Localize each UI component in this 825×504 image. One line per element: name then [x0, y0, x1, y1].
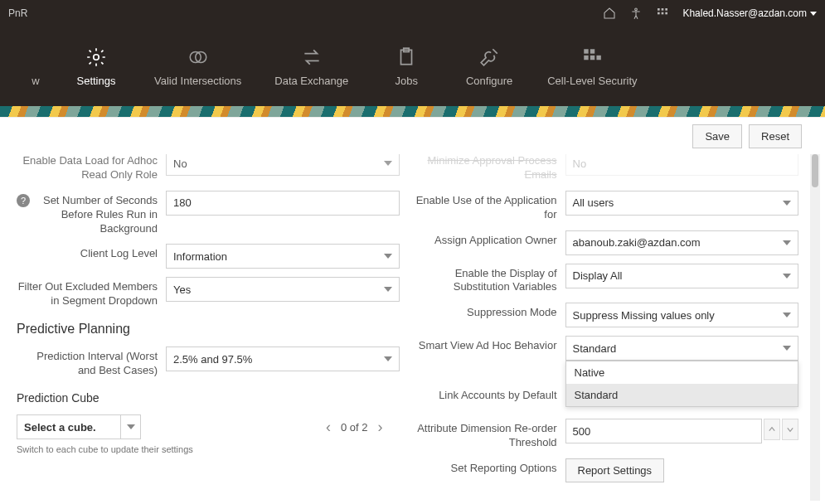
subst-vars-select[interactable]: Display All: [565, 264, 799, 288]
pager-prev[interactable]: ‹: [326, 419, 331, 434]
left-column: Enable Data Load for Adhoc Read Only Rol…: [17, 154, 400, 492]
log-level-label: Client Log Level: [17, 244, 166, 261]
section-predictive-planning: Predictive Planning: [17, 322, 400, 337]
decorative-strip: [0, 106, 825, 118]
accessibility-icon[interactable]: [629, 7, 643, 20]
chevron-down-icon: [783, 201, 791, 206]
help-icon[interactable]: ?: [17, 194, 30, 207]
svg-rect-16: [597, 55, 601, 59]
svg-rect-3: [666, 8, 668, 11]
smartview-dropdown: Native Standard: [565, 361, 799, 407]
nav-item-data-exchange[interactable]: Data Exchange: [258, 46, 365, 87]
svg-rect-4: [658, 12, 660, 15]
subst-vars-label: Enable the Display of Substitution Varia…: [416, 264, 565, 295]
svg-rect-13: [590, 49, 594, 53]
spinner-down[interactable]: [782, 419, 798, 440]
seconds-label: ? Set Number of Seconds Before Rules Run…: [17, 191, 166, 236]
reporting-options-label: Set Reporting Options: [416, 458, 565, 476]
svg-rect-6: [666, 12, 668, 15]
chevron-down-icon: [127, 424, 135, 429]
blank-icon: [25, 46, 46, 68]
chevron-down-icon: [384, 161, 392, 166]
svg-rect-14: [585, 55, 589, 59]
svg-rect-12: [585, 49, 589, 53]
filter-excluded-select[interactable]: Yes: [166, 277, 400, 302]
seconds-input[interactable]: 180: [166, 191, 400, 216]
filter-excluded-label: Filter Out Excluded Members in Segment D…: [17, 277, 166, 308]
section-prediction-cube: Prediction Cube: [17, 391, 400, 405]
suppression-mode-select[interactable]: Suppress Missing values only: [565, 303, 799, 327]
spinner-up[interactable]: [764, 419, 780, 440]
clipboard-icon: [396, 46, 417, 68]
nav-item-cell-security[interactable]: Cell-Level Security: [531, 46, 653, 87]
chevron-down-icon: [783, 313, 791, 317]
prediction-interval-label: Prediction Interval (Worst and Best Case…: [17, 346, 166, 378]
app-context-fragment: PnR: [8, 7, 27, 19]
vertical-scrollbar[interactable]: [810, 154, 820, 501]
top-bar-right: Khaled.Nasser@azdan.com: [603, 7, 817, 20]
cell-grid-icon: [581, 46, 603, 68]
main-nav: w Settings Valid Intersections Data Exch…: [0, 27, 825, 106]
cube-select-toggle[interactable]: [120, 415, 140, 439]
suppression-mode-label: Suppression Mode: [416, 303, 565, 320]
link-accounts-label: Link Accounts by Default: [416, 385, 565, 403]
svg-point-7: [94, 54, 99, 60]
user-menu[interactable]: Khaled.Nasser@azdan.com: [682, 7, 817, 19]
nav-item-overview[interactable]: w: [17, 46, 55, 87]
svg-point-0: [635, 8, 638, 11]
chevron-down-icon: [783, 274, 791, 279]
exchange-arrows-icon: [301, 46, 323, 68]
report-settings-button[interactable]: Report Settings: [565, 458, 665, 482]
nav-item-jobs[interactable]: Jobs: [365, 46, 448, 87]
nav-item-configure[interactable]: Configure: [448, 46, 531, 87]
chevron-down-icon: [783, 240, 791, 245]
minimize-emails-select[interactable]: No: [565, 154, 799, 176]
cube-switch-hint: Switch to each cube to update their sett…: [17, 444, 400, 454]
wrench-icon: [478, 46, 500, 68]
cube-select[interactable]: Select a cube.: [17, 414, 141, 439]
adhoc-load-select[interactable]: No: [166, 154, 400, 176]
app-owner-label: Assign Application Owner: [416, 230, 565, 248]
chevron-down-icon: [810, 12, 817, 16]
attr-threshold-label: Attribute Dimension Re-order Threshold: [416, 419, 565, 450]
prediction-interval-select[interactable]: 2.5% and 97.5%: [166, 346, 400, 371]
scrollbar-thumb[interactable]: [812, 154, 818, 187]
svg-rect-1: [658, 8, 660, 11]
chevron-down-icon: [384, 254, 392, 259]
pager-next[interactable]: ›: [378, 419, 383, 434]
gear-icon: [85, 46, 107, 68]
top-bar: PnR Khaled.Nasser@azdan.com: [0, 0, 825, 27]
attr-threshold-input[interactable]: 500: [565, 419, 763, 443]
right-column: Minimize Approval Process Emails No Enab…: [416, 154, 799, 492]
chevron-down-icon: [783, 346, 791, 351]
svg-rect-15: [590, 55, 594, 59]
user-email: Khaled.Nasser@azdan.com: [682, 7, 807, 19]
save-button[interactable]: Save: [692, 124, 742, 148]
nav-item-settings[interactable]: Settings: [55, 46, 138, 87]
enable-use-select[interactable]: All users: [565, 191, 799, 216]
settings-form: Enable Data Load for Adhoc Read Only Rol…: [0, 154, 807, 504]
cube-select-value: Select a cube.: [17, 421, 120, 434]
reset-button[interactable]: Reset: [749, 124, 802, 148]
cube-pager: ‹ 0 of 2 ›: [326, 419, 383, 434]
nav-item-valid-intersections[interactable]: Valid Intersections: [138, 46, 258, 87]
log-level-select[interactable]: Information: [166, 244, 400, 269]
venn-icon: [187, 46, 209, 68]
apps-grid-icon[interactable]: [656, 7, 669, 20]
svg-rect-5: [662, 12, 664, 15]
content-area: Save Reset Enable Data Load for Adhoc Re…: [0, 118, 825, 504]
minimize-emails-label: Minimize Approval Process Emails: [416, 154, 565, 182]
enable-use-label: Enable Use of the Application for: [416, 191, 565, 222]
smartview-label: Smart View Ad Hoc Behavior: [416, 336, 565, 353]
adhoc-load-label: Enable Data Load for Adhoc Read Only Rol…: [17, 154, 166, 182]
pager-text: 0 of 2: [341, 421, 368, 434]
smartview-option-native[interactable]: Native: [566, 361, 798, 384]
chevron-down-icon: [384, 356, 392, 361]
smartview-option-standard[interactable]: Standard: [566, 384, 798, 406]
action-bar: Save Reset: [692, 124, 802, 148]
chevron-down-icon: [384, 287, 392, 292]
smartview-select[interactable]: Standard: [565, 336, 799, 361]
home-icon[interactable]: [603, 7, 616, 20]
app-owner-select[interactable]: abanoub.zaki@azdan.com: [565, 230, 799, 255]
svg-rect-2: [662, 8, 664, 11]
